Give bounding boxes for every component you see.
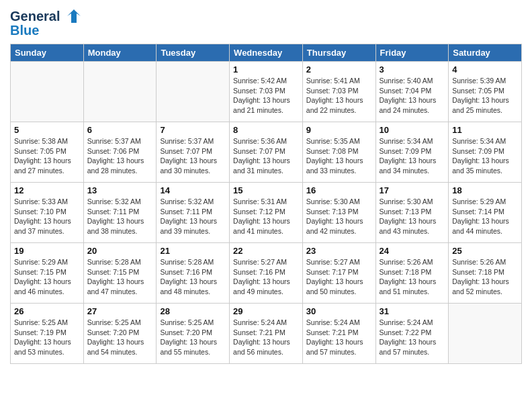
day-cell-20: 20Sunrise: 5:28 AM Sunset: 7:15 PM Dayli…	[83, 243, 157, 304]
day-number: 18	[452, 185, 518, 195]
day-number: 23	[306, 246, 372, 256]
week-row-2: 5Sunrise: 5:38 AM Sunset: 7:05 PM Daylig…	[11, 122, 522, 183]
day-cell-19: 19Sunrise: 5:29 AM Sunset: 7:15 PM Dayli…	[11, 243, 84, 304]
week-row-3: 12Sunrise: 5:33 AM Sunset: 7:10 PM Dayli…	[11, 183, 522, 243]
day-info: Sunrise: 5:29 AM Sunset: 7:15 PM Dayligh…	[14, 257, 80, 297]
day-info: Sunrise: 5:30 AM Sunset: 7:13 PM Dayligh…	[306, 197, 372, 236]
day-info: Sunrise: 5:34 AM Sunset: 7:09 PM Dayligh…	[380, 136, 445, 176]
day-info: Sunrise: 5:41 AM Sunset: 7:03 PM Dayligh…	[306, 76, 372, 116]
day-number: 31	[380, 306, 445, 316]
empty-cell	[83, 62, 157, 122]
day-number: 1	[233, 64, 299, 75]
calendar: SundayMondayTuesdayWednesdayThursdayFrid…	[10, 44, 522, 364]
day-number: 27	[87, 306, 153, 316]
day-info: Sunrise: 5:40 AM Sunset: 7:04 PM Dayligh…	[380, 76, 445, 116]
day-number: 29	[233, 306, 299, 316]
day-info: Sunrise: 5:26 AM Sunset: 7:18 PM Dayligh…	[452, 257, 518, 297]
day-cell-15: 15Sunrise: 5:31 AM Sunset: 7:12 PM Dayli…	[230, 183, 303, 243]
day-number: 19	[14, 246, 80, 256]
day-cell-16: 16Sunrise: 5:30 AM Sunset: 7:13 PM Dayli…	[302, 183, 375, 243]
day-cell-27: 27Sunrise: 5:25 AM Sunset: 7:20 PM Dayli…	[83, 304, 157, 364]
weekday-header-monday: Monday	[83, 44, 157, 62]
day-cell-14: 14Sunrise: 5:32 AM Sunset: 7:11 PM Dayli…	[157, 183, 230, 243]
day-number: 10	[380, 125, 445, 135]
logo-general: General	[10, 9, 60, 24]
day-number: 14	[160, 185, 226, 195]
weekday-header-tuesday: Tuesday	[157, 44, 230, 62]
day-info: Sunrise: 5:24 AM Sunset: 7:21 PM Dayligh…	[233, 318, 299, 357]
day-number: 6	[87, 125, 153, 135]
day-cell-8: 8Sunrise: 5:36 AM Sunset: 7:07 PM Daylig…	[230, 122, 303, 183]
header: General Blue	[10, 7, 522, 38]
day-info: Sunrise: 5:37 AM Sunset: 7:06 PM Dayligh…	[87, 136, 153, 176]
day-number: 5	[14, 125, 80, 135]
day-info: Sunrise: 5:25 AM Sunset: 7:20 PM Dayligh…	[160, 318, 226, 357]
day-info: Sunrise: 5:27 AM Sunset: 7:17 PM Dayligh…	[306, 257, 372, 297]
day-number: 22	[233, 246, 299, 256]
day-cell-24: 24Sunrise: 5:26 AM Sunset: 7:18 PM Dayli…	[375, 243, 449, 304]
day-info: Sunrise: 5:28 AM Sunset: 7:15 PM Dayligh…	[87, 257, 153, 297]
day-info: Sunrise: 5:36 AM Sunset: 7:07 PM Dayligh…	[233, 136, 299, 176]
week-row-5: 26Sunrise: 5:25 AM Sunset: 7:19 PM Dayli…	[11, 304, 522, 364]
day-info: Sunrise: 5:35 AM Sunset: 7:08 PM Dayligh…	[306, 136, 372, 176]
day-number: 20	[87, 246, 153, 256]
day-cell-7: 7Sunrise: 5:37 AM Sunset: 7:07 PM Daylig…	[157, 122, 230, 183]
day-number: 25	[452, 246, 518, 256]
day-cell-13: 13Sunrise: 5:32 AM Sunset: 7:11 PM Dayli…	[83, 183, 157, 243]
day-cell-25: 25Sunrise: 5:26 AM Sunset: 7:18 PM Dayli…	[449, 243, 522, 304]
day-info: Sunrise: 5:38 AM Sunset: 7:05 PM Dayligh…	[14, 136, 80, 176]
day-cell-1: 1Sunrise: 5:42 AM Sunset: 7:03 PM Daylig…	[230, 62, 303, 122]
weekday-header-row: SundayMondayTuesdayWednesdayThursdayFrid…	[11, 44, 522, 62]
logo-bird-icon	[62, 7, 81, 26]
day-cell-23: 23Sunrise: 5:27 AM Sunset: 7:17 PM Dayli…	[302, 243, 375, 304]
day-cell-28: 28Sunrise: 5:25 AM Sunset: 7:20 PM Dayli…	[157, 304, 230, 364]
day-cell-17: 17Sunrise: 5:30 AM Sunset: 7:13 PM Dayli…	[375, 183, 449, 243]
day-cell-21: 21Sunrise: 5:28 AM Sunset: 7:16 PM Dayli…	[157, 243, 230, 304]
day-info: Sunrise: 5:33 AM Sunset: 7:10 PM Dayligh…	[14, 197, 80, 236]
weekday-header-wednesday: Wednesday	[230, 44, 303, 62]
weekday-header-saturday: Saturday	[449, 44, 522, 62]
day-info: Sunrise: 5:24 AM Sunset: 7:22 PM Dayligh…	[380, 318, 445, 357]
day-info: Sunrise: 5:32 AM Sunset: 7:11 PM Dayligh…	[87, 197, 153, 236]
day-info: Sunrise: 5:31 AM Sunset: 7:12 PM Dayligh…	[233, 197, 299, 236]
day-number: 24	[380, 246, 445, 256]
day-cell-12: 12Sunrise: 5:33 AM Sunset: 7:10 PM Dayli…	[11, 183, 84, 243]
empty-cell	[11, 62, 84, 122]
day-number: 12	[14, 185, 80, 195]
weekday-header-thursday: Thursday	[302, 44, 375, 62]
day-info: Sunrise: 5:29 AM Sunset: 7:14 PM Dayligh…	[452, 197, 518, 236]
day-cell-3: 3Sunrise: 5:40 AM Sunset: 7:04 PM Daylig…	[375, 62, 449, 122]
weekday-header-friday: Friday	[375, 44, 449, 62]
weekday-header-sunday: Sunday	[11, 44, 84, 62]
day-number: 7	[160, 125, 226, 135]
svg-marker-0	[67, 9, 81, 23]
day-cell-11: 11Sunrise: 5:34 AM Sunset: 7:09 PM Dayli…	[449, 122, 522, 183]
day-cell-2: 2Sunrise: 5:41 AM Sunset: 7:03 PM Daylig…	[302, 62, 375, 122]
day-number: 16	[306, 185, 372, 195]
day-cell-26: 26Sunrise: 5:25 AM Sunset: 7:19 PM Dayli…	[11, 304, 84, 364]
day-number: 9	[306, 125, 372, 135]
day-cell-5: 5Sunrise: 5:38 AM Sunset: 7:05 PM Daylig…	[11, 122, 84, 183]
day-info: Sunrise: 5:26 AM Sunset: 7:18 PM Dayligh…	[380, 257, 445, 297]
day-number: 8	[233, 125, 299, 135]
day-cell-29: 29Sunrise: 5:24 AM Sunset: 7:21 PM Dayli…	[230, 304, 303, 364]
day-info: Sunrise: 5:30 AM Sunset: 7:13 PM Dayligh…	[380, 197, 445, 236]
day-info: Sunrise: 5:39 AM Sunset: 7:05 PM Dayligh…	[452, 76, 518, 116]
day-number: 26	[14, 306, 80, 316]
day-info: Sunrise: 5:37 AM Sunset: 7:07 PM Dayligh…	[160, 136, 226, 176]
day-info: Sunrise: 5:27 AM Sunset: 7:16 PM Dayligh…	[233, 257, 299, 297]
day-info: Sunrise: 5:25 AM Sunset: 7:19 PM Dayligh…	[14, 318, 80, 357]
logo: General Blue	[10, 7, 81, 38]
day-number: 13	[87, 185, 153, 195]
day-cell-22: 22Sunrise: 5:27 AM Sunset: 7:16 PM Dayli…	[230, 243, 303, 304]
day-cell-10: 10Sunrise: 5:34 AM Sunset: 7:09 PM Dayli…	[375, 122, 449, 183]
week-row-4: 19Sunrise: 5:29 AM Sunset: 7:15 PM Dayli…	[11, 243, 522, 304]
day-number: 21	[160, 246, 226, 256]
logo-blue: Blue	[10, 23, 39, 38]
day-cell-18: 18Sunrise: 5:29 AM Sunset: 7:14 PM Dayli…	[449, 183, 522, 243]
day-info: Sunrise: 5:32 AM Sunset: 7:11 PM Dayligh…	[160, 197, 226, 236]
week-row-1: 1Sunrise: 5:42 AM Sunset: 7:03 PM Daylig…	[11, 62, 522, 122]
empty-cell	[157, 62, 230, 122]
day-number: 2	[306, 64, 372, 75]
day-info: Sunrise: 5:25 AM Sunset: 7:20 PM Dayligh…	[87, 318, 153, 357]
